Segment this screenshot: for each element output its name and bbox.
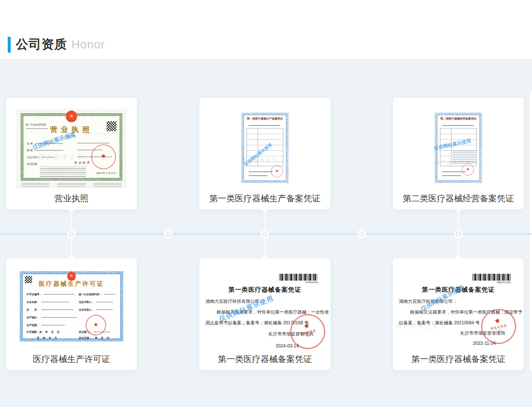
- qr-code-icon: [107, 121, 116, 131]
- license-title: 营业执照: [24, 125, 119, 135]
- connector-arrow-icon: [68, 254, 75, 258]
- timeline-dot-icon: [261, 230, 269, 238]
- barcode-text: RBSXOCR1: [497, 281, 511, 284]
- red-seal-icon: ★: [270, 165, 284, 178]
- certificate-card-production-license[interactable]: ★ 医疗器械生产许可证 许可证编号： 企业名称： 住 所： 生产地址： 生产范围…: [6, 258, 137, 370]
- license-term-row: 至 年 月 日: [37, 336, 57, 340]
- card-caption: 营业执照: [6, 193, 137, 204]
- license-field-row: 名 称: [27, 142, 63, 146]
- business-scope-textblock: [40, 167, 86, 181]
- license-field-row: 类 型: [27, 149, 63, 153]
- connector-arrow-icon: [455, 254, 462, 258]
- timeline-dot-icon: [357, 230, 366, 238]
- body-line: 湖南力宾医疗科技有限公司：: [399, 299, 458, 305]
- certificate-title: 第一类医疗器械备案凭证: [199, 286, 330, 294]
- license-field-row: 企业负责人：: [79, 308, 113, 312]
- card-caption: 第一类医疗器械备案凭证: [199, 353, 330, 365]
- section-title: 公司资质: [16, 36, 67, 53]
- license-field-row: 许可证编号：: [27, 293, 74, 296]
- certificate-table: [247, 128, 283, 166]
- national-emblem-icon: ★: [66, 111, 77, 122]
- card-caption: 第一类医疗器械生产备案凭证: [199, 193, 330, 204]
- card-caption: 第一类医疗器械备案凭证: [393, 353, 524, 365]
- body-line: 以备案，备案号：湘长械备 20210584 号: [399, 320, 480, 326]
- business-license-image: ★ 统一社会信用代码 营业执照 （副 本） SCJDGL SCJDGL 名 称 …: [16, 109, 127, 189]
- timeline-dot-icon: [454, 230, 463, 238]
- certificate-title: 第一类医疗器械生产备案凭证: [244, 117, 285, 120]
- certificate-image: ★ 医疗器械生产许可证 许可证编号： 企业名称： 住 所： 生产地址： 生产范围…: [19, 270, 124, 342]
- connector-arrow-icon: [68, 209, 75, 214]
- footer-line: [249, 175, 267, 176]
- national-emblem-icon: ★: [67, 272, 76, 281]
- license-field-row: 企业名称：: [27, 300, 69, 304]
- license-field-row: 法定代表人：: [79, 300, 113, 304]
- barcode-text: 07MION48: [305, 281, 318, 284]
- certificate-blue-frame: 第二类医疗器械经营备案凭证 ★: [435, 113, 482, 183]
- connector-arrow-icon: [261, 254, 269, 258]
- body-line: 湖南力宾医疗科技有限公司：: [205, 299, 264, 305]
- connector-arrow-icon: [261, 209, 269, 214]
- license-field-row: 统一社会信用代码：: [79, 293, 116, 296]
- card-caption: 第二类医疗器械经营备案凭证: [393, 193, 524, 204]
- record-number-line: [442, 125, 474, 126]
- license-copy-label: （副 本）: [24, 135, 119, 139]
- certificate-card-class2-operation-record[interactable]: 第二类医疗器械经营备案凭证 ★ 仅供网站展示使用 用户自传证书 第二类医疗器械经…: [393, 98, 524, 209]
- footer-line: [249, 171, 273, 172]
- certificate-card-class1-record-2[interactable]: RBSXOCR1 第一类医疗器械备案凭证 湖南力宾医疗科技有限公司： 根据相关法…: [393, 258, 524, 370]
- certificate-blue-frame: 第一类医疗器械生产备案凭证 ★: [241, 113, 288, 183]
- section-header: 公司资质 Honor: [8, 36, 105, 53]
- section-subtitle: Honor: [71, 38, 105, 51]
- dense-textblock: [452, 151, 476, 165]
- card-caption: 医疗器械生产许可证: [6, 353, 137, 365]
- accent-bar: [8, 37, 11, 53]
- registrar-label: 登记机关: [74, 161, 91, 165]
- timeline-dot-icon: [67, 230, 76, 238]
- license-field-row: 生产范围：: [27, 323, 65, 327]
- certificate-card-class1-record-1[interactable]: 07MION48 第一类医疗器械备案凭证 湖南力宾医疗科技有限公司： 根据相关法…: [199, 258, 330, 370]
- certificate-title: 第二类医疗器械经营备案凭证: [438, 117, 479, 120]
- license-field-row: 住 所：: [27, 308, 74, 312]
- certificate-card-class1-production-record[interactable]: 第一类医疗器械生产备案凭证 ★ 仅供网站展示使用 用户自传证书 第一类医疗器械生…: [199, 98, 330, 209]
- honor-section-page: 公司资质 Honor ★ 统一社会信用代码 营业执照 （副 本）: [0, 0, 532, 407]
- certificate-image: 第一类医疗器械生产备案凭证 ★ 仅供网站展示使用 用户自传证书: [240, 111, 290, 184]
- footer-line: [442, 175, 461, 176]
- red-seal-icon: ★: [89, 143, 118, 171]
- license-field-row: 生产地址：: [27, 316, 77, 320]
- timeline-dot-icon: [164, 230, 172, 238]
- record-number-line: [249, 125, 280, 126]
- license-title: 医疗器械生产许可证: [22, 280, 121, 288]
- certificate-card-business-license[interactable]: ★ 统一社会信用代码 营业执照 （副 本） SCJDGL SCJDGL 名 称 …: [6, 98, 137, 209]
- certificate-title: 第一类医疗器械备案凭证: [393, 286, 524, 294]
- license-fine-print: [21, 183, 122, 187]
- next-carousel-card-edge[interactable]: [530, 90, 532, 372]
- barcode-icon: [279, 274, 318, 281]
- license-field-row: 法定代表人: [27, 156, 55, 159]
- license-term-row: 许可期限：自 年 月 日: [27, 330, 59, 334]
- barcode-icon: [473, 274, 511, 281]
- license-field-row: 经营范围: [27, 162, 37, 166]
- certificate-image: 第二类医疗器械经营备案凭证 ★ 仅供网站展示使用 用户自传证书: [434, 111, 483, 184]
- issue-date: 2023 年 3 月 9 日: [96, 171, 116, 175]
- issue-date-row: 发证日期： 年 月 日: [79, 336, 109, 340]
- license-blue-frame: ★ 医疗器械生产许可证 许可证编号： 企业名称： 住 所： 生产地址： 生产范围…: [20, 271, 123, 341]
- connector-arrow-icon: [455, 209, 462, 214]
- license-green-frame: ★ 统一社会信用代码 营业执照 （副 本） SCJDGL SCJDGL 名 称 …: [21, 113, 122, 181]
